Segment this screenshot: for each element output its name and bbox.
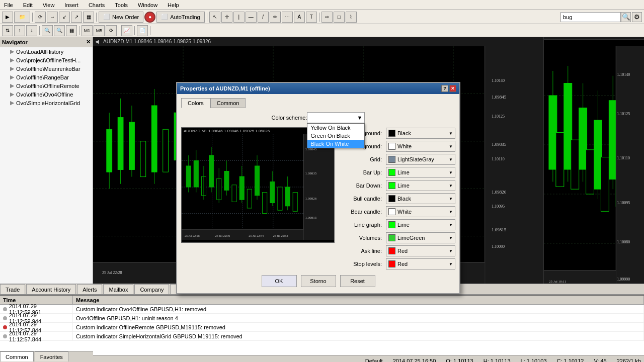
dialog-close-btn[interactable]: ✕ — [449, 85, 456, 92]
svg-text:1.10095: 1.10095 — [492, 204, 505, 209]
trendline-btn[interactable]: / — [258, 12, 269, 23]
search-button[interactable]: 🔍 — [621, 12, 631, 22]
nav-item-1[interactable]: ▶ Ovo\project\OfflineTestH... — [0, 56, 93, 64]
period-m5[interactable]: M5 — [94, 25, 105, 36]
nav-item-4[interactable]: ▶ Ovo\offline\OfflineRemote — [0, 81, 93, 90]
nav-item-3[interactable]: ▶ Ovo\offline\RangeBar — [0, 73, 93, 81]
search-input[interactable] — [560, 12, 621, 22]
crosshair-btn[interactable]: ✛ — [221, 12, 232, 23]
color-swatch-stop-levels — [388, 260, 395, 267]
dialog-help-btn[interactable]: ? — [441, 85, 448, 92]
ok-button[interactable]: OK — [262, 275, 297, 287]
fibo-btn[interactable]: ⌇ — [346, 12, 357, 23]
toolbar-circle-btn[interactable]: ● — [144, 12, 155, 23]
toolbar-btn-2[interactable]: 📁 — [14, 12, 30, 23]
vline-btn[interactable]: | — [233, 12, 245, 23]
tab-trade[interactable]: Trade — [0, 284, 25, 294]
color-label-ask-line: Ask line: — [341, 248, 386, 254]
toolbar-btn-7[interactable]: ▦ — [83, 12, 94, 23]
toolbar-btn-4[interactable]: → — [47, 12, 58, 23]
menu-charts[interactable]: Charts — [87, 1, 107, 9]
color-arrow-background: ▼ — [449, 131, 453, 136]
menu-edit[interactable]: Edit — [21, 1, 35, 9]
dropdown-item-2[interactable]: Black On White — [307, 140, 364, 148]
tb2-btn-3[interactable]: ↓ — [26, 25, 37, 36]
dropdown-item-0[interactable]: Yellow On Black — [307, 124, 364, 132]
menu-view[interactable]: View — [41, 1, 57, 9]
menu-file[interactable]: File — [2, 1, 15, 9]
color-select-bar-up[interactable]: Lime ▼ — [386, 167, 455, 178]
properties-dialog[interactable]: Properties of AUDNZD,M1 (offline) ? ✕ Co… — [176, 82, 460, 294]
zoom-in-btn[interactable]: 🔍 — [42, 25, 53, 36]
search-bar: 🔍 ⚙ — [560, 12, 642, 22]
nav-item-2[interactable]: ▶ Ovo\offline\MeanrenkoBar — [0, 64, 93, 73]
color-select-foreground[interactable]: White ▼ — [386, 141, 455, 152]
navigator-close[interactable]: ✕ — [86, 39, 91, 45]
toolbar-btn-1[interactable]: ▶ — [2, 12, 13, 23]
tb2-btn-7[interactable]: ⟳ — [106, 25, 117, 36]
tab-company[interactable]: Company — [134, 284, 169, 294]
color-label-stop-levels: Stop levels: — [341, 261, 386, 267]
period-m1[interactable]: M1 — [82, 25, 93, 36]
toolbar-btn-3[interactable]: ⟳ — [35, 12, 46, 23]
color-arrow-foreground: ▼ — [449, 144, 453, 149]
menu-help[interactable]: Help — [166, 1, 181, 9]
hline-btn[interactable]: — — [246, 12, 257, 23]
color-select-line-graph[interactable]: Lime ▼ — [386, 219, 455, 230]
tab-account-history[interactable]: Account History — [26, 284, 76, 294]
nav-item-5[interactable]: ▶ Ovo\offline\Ovo4Offline — [0, 90, 93, 99]
status-low: L: 1.10103 — [521, 358, 547, 363]
color-arrow-bar-up: ▼ — [449, 170, 453, 175]
log-content: Time Message 2014.07.29 11:12:59.961 Cus… — [0, 296, 644, 345]
arrow-btn[interactable]: ⇨ — [321, 12, 333, 23]
color-select-background[interactable]: Black ▼ — [386, 128, 455, 139]
color-select-ask-line[interactable]: Red ▼ — [386, 245, 455, 256]
tb2-btn-1[interactable]: ⇅ — [2, 25, 13, 36]
color-label-grid: Grid: — [341, 156, 386, 162]
color-select-bull-candle[interactable]: Black ▼ — [386, 193, 455, 204]
tb2-btn-2[interactable]: ↑ — [14, 25, 25, 36]
nav-icon-5: ▶ — [10, 91, 14, 98]
color-select-stop-levels[interactable]: Red ▼ — [386, 258, 455, 269]
period-btn[interactable]: ⋯ — [282, 12, 293, 23]
toolbar-btn-5[interactable]: ↙ — [59, 12, 70, 23]
nav-item-6[interactable]: ▶ Ovo\SimpleHorizontalGrid — [0, 99, 93, 107]
indicator-btn[interactable]: 📈 — [121, 25, 132, 36]
tab-mailbox[interactable]: Mailbox — [103, 284, 133, 294]
dialog-tab-colors[interactable]: Colors — [181, 98, 210, 108]
color-select-bear-candle[interactable]: White ▼ — [386, 206, 455, 217]
cancel-button[interactable]: Storno — [301, 275, 336, 287]
chart-type-btn[interactable]: ▦ — [66, 25, 77, 36]
color-swatch-foreground — [388, 143, 395, 150]
dialog-tab-common[interactable]: Common — [210, 98, 246, 108]
sep-1 — [32, 13, 33, 22]
cursor-btn[interactable]: ↖ — [209, 12, 220, 23]
search-config-btn[interactable]: ⚙ — [632, 12, 642, 22]
templates-btn[interactable]: 📄 — [137, 25, 148, 36]
tab-alerts[interactable]: Alerts — [77, 284, 102, 294]
pen-btn[interactable]: ✏ — [270, 12, 281, 23]
log-indicator-1 — [3, 316, 7, 320]
zoom-out-btn[interactable]: 🔍 — [54, 25, 65, 36]
reset-button[interactable]: Reset — [340, 275, 375, 287]
menu-bar: File Edit View Insert Charts Tools Windo… — [0, 0, 644, 10]
log-row-0: 2014.07.29 11:12:59.961 Custom indicator… — [0, 305, 644, 314]
color-scheme-select[interactable]: ▼ — [307, 112, 365, 123]
status-volume: V: 45 — [594, 358, 606, 363]
color-select-bar-down[interactable]: Lime ▼ — [386, 180, 455, 191]
menu-window[interactable]: Window — [136, 1, 159, 9]
menu-tools[interactable]: Tools — [113, 1, 130, 9]
shapes-btn[interactable]: □ — [334, 12, 345, 23]
menu-insert[interactable]: Insert — [62, 1, 80, 9]
color-select-grid[interactable]: LightSlateGray ▼ — [386, 154, 455, 165]
dropdown-item-1[interactable]: Green On Black — [307, 132, 364, 140]
autotrading-button[interactable]: ⬜ AutoTrading — [156, 12, 205, 23]
label-btn[interactable]: T — [306, 12, 317, 23]
color-select-volumes[interactable]: LimeGreen ▼ — [386, 232, 455, 243]
toolbar-btn-6[interactable]: ↗ — [71, 12, 82, 23]
color-swatch-grid — [388, 156, 395, 163]
text-btn[interactable]: A — [294, 12, 305, 23]
new-order-button[interactable]: ⬜ New Order — [99, 12, 143, 23]
status-high: H: 1.10113 — [484, 358, 511, 363]
nav-item-0[interactable]: ▶ Ovo\LoadAllHistory — [0, 47, 93, 56]
